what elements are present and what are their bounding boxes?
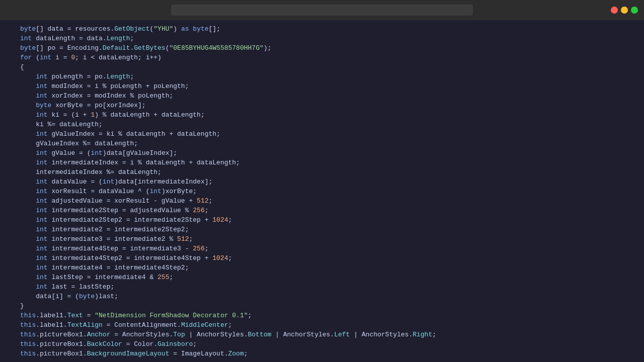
table-row: int adjustedValue = xorResult - gValue +…: [0, 196, 644, 206]
table-row: intermediateIndex %= dataLength;: [0, 167, 644, 177]
table-row: int dataLength = data.Length;: [0, 34, 644, 43]
url-input[interactable]: [171, 5, 473, 16]
table-row: gValueIndex %= dataLength;: [0, 139, 644, 148]
table-row: int intermediate4Step2 = intermediate4St…: [0, 253, 644, 263]
table-row: int xorIndex = modIndex % poLength;: [0, 91, 644, 101]
url-bar: [171, 5, 473, 16]
table-row: this.label1.TextAlign = ContentAlignment…: [0, 320, 644, 330]
window-controls: [611, 7, 638, 14]
back-button[interactable]: [6, 8, 12, 12]
table-row: int intermediate2Step2 = intermediate2St…: [0, 215, 644, 225]
table-row: this.pictureBox1.BackgroundImageLayout =…: [0, 349, 644, 358]
table-row: int gValueIndex = ki % dataLength + data…: [0, 129, 644, 139]
table-row: for (int i = 0; i < dataLength; i++): [0, 53, 644, 62]
table-row: int xorResult = dataValue ^ (int)xorByte…: [0, 187, 644, 196]
refresh-button[interactable]: [16, 8, 22, 12]
maximize-button[interactable]: [631, 7, 638, 14]
titlebar: [0, 0, 644, 20]
minimize-button[interactable]: [621, 7, 628, 14]
table-row: int last = lastStep;: [0, 282, 644, 292]
table-row: int ki = (i + 1) % dataLength + dataLeng…: [0, 110, 644, 120]
table-row: data[i] = (byte)last;: [0, 292, 644, 301]
table-row: int dataValue = (int)data[intermediateIn…: [0, 177, 644, 187]
table-row: byte[] po = Encoding.Default.GetBytes("0…: [0, 43, 644, 53]
close-button[interactable]: [611, 7, 618, 14]
table-row: ki %= dataLength;: [0, 120, 644, 129]
table-row: int lastStep = intermediate4 & 255;: [0, 273, 644, 282]
table-row: this.pictureBox1.Anchor = AnchorStyles.T…: [0, 330, 644, 339]
table-row: this.label1.Text = "NetDimension FormSha…: [0, 311, 644, 320]
table-row: byte[] data = resources.GetObject("YHU")…: [0, 24, 644, 34]
table-row: int intermediate2Step = adjustedValue % …: [0, 206, 644, 215]
code-editor: byte[] data = resources.GetObject("YHU")…: [0, 20, 644, 362]
table-row: {: [0, 62, 644, 72]
table-row: int intermediate4Step = intermediate3 - …: [0, 244, 644, 253]
code-scroll-area[interactable]: byte[] data = resources.GetObject("YHU")…: [0, 20, 644, 362]
table-row: int intermediateIndex = i % dataLength +…: [0, 158, 644, 167]
table-row: byte xorByte = po[xorIndex];: [0, 101, 644, 110]
table-row: int poLength = po.Length;: [0, 72, 644, 81]
table-row: int modIndex = i % poLength + poLength;: [0, 81, 644, 91]
table-row: this.pictureBox1.BackColor = Color.Gains…: [0, 339, 644, 349]
table-row: int intermediate2 = intermediate2Step2;: [0, 225, 644, 234]
table-row: int intermediate3 = intermediate2 % 512;: [0, 234, 644, 244]
table-row: int gValue = (int)data[gValueIndex];: [0, 148, 644, 158]
table-row: int intermediate4 = intermediate4Step2;: [0, 263, 644, 273]
table-row: }: [0, 301, 644, 311]
